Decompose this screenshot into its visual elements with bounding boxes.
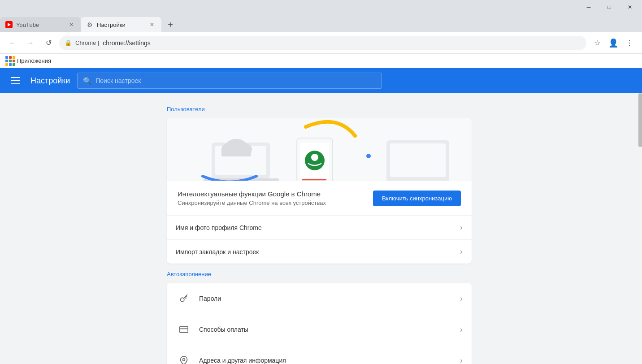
address-bar-row: ← → ↺ 🔒 Chrome | ☆ 👤 ⋮ [0, 32, 642, 54]
payments-chevron-icon: › [460, 325, 463, 334]
hamburger-menu-button[interactable] [7, 73, 23, 89]
addresses-list-item[interactable]: Адреса и другая информация › [167, 345, 472, 364]
new-tab-button[interactable]: + [163, 18, 178, 31]
import-label: Импорт закладок и настроек [176, 248, 460, 256]
tab-settings[interactable]: ⚙ Настройки ✕ [81, 17, 161, 32]
url-input[interactable] [103, 39, 581, 47]
svg-rect-9 [390, 143, 446, 177]
bookmark-icon[interactable]: ☆ [590, 36, 604, 50]
sync-svg-illustration [167, 118, 472, 181]
url-scheme: Chrome | [75, 39, 99, 46]
search-icon: 🔍 [83, 77, 92, 85]
sync-text: Интеллектуальные функции Google в Chrome… [178, 190, 326, 206]
svg-point-6 [311, 154, 318, 161]
scrollbar-thumb[interactable] [638, 93, 642, 147]
forward-button[interactable]: → [23, 36, 38, 50]
hamburger-line-2 [11, 80, 20, 81]
settings-favicon-icon: ⚙ [86, 21, 93, 28]
settings-main: Пользователи [0, 93, 642, 364]
autofill-section-title: Автозаполнение [167, 271, 472, 277]
back-button[interactable]: ← [5, 36, 20, 50]
location-icon [176, 352, 192, 364]
svg-point-20 [183, 359, 185, 361]
youtube-favicon-icon [5, 21, 13, 28]
settings-search-input[interactable] [95, 77, 376, 84]
scrollbar-track[interactable] [638, 93, 642, 364]
tab-bar: YouTube ✕ ⚙ Настройки ✕ + [0, 14, 642, 32]
enable-sync-button[interactable]: Включить синхронизацию [373, 191, 461, 206]
addresses-chevron-icon: › [460, 356, 463, 364]
maximize-button[interactable]: □ [599, 0, 620, 14]
apps-label[interactable]: Приложения [17, 57, 51, 64]
tab-youtube-close-icon[interactable]: ✕ [67, 21, 75, 29]
svg-rect-18 [180, 326, 188, 332]
profile-list-item[interactable]: Имя и фото профиля Chrome › [167, 215, 472, 239]
import-list-item[interactable]: Импорт закладок и настроек › [167, 239, 472, 264]
sync-headline: Интеллектуальные функции Google в Chrome [178, 190, 326, 198]
window-controls: ─ □ ✕ [578, 0, 640, 14]
hamburger-line-3 [11, 83, 20, 84]
profile-label: Имя и фото профиля Chrome [176, 224, 460, 231]
tab-settings-label: Настройки [97, 22, 126, 28]
import-chevron-icon: › [460, 247, 463, 256]
sync-illustration-banner [167, 118, 472, 181]
passwords-chevron-icon: › [460, 294, 463, 303]
account-icon[interactable]: 👤 [606, 36, 620, 50]
addresses-label: Адреса и другая информация [199, 357, 460, 364]
close-button[interactable]: ✕ [620, 0, 640, 14]
sync-info-row: Интеллектуальные функции Google в Chrome… [167, 181, 472, 215]
passwords-label: Пароли [199, 295, 460, 302]
reload-button[interactable]: ↺ [41, 36, 56, 50]
tab-youtube-label: YouTube [16, 22, 39, 28]
settings-header: Настройки 🔍 [0, 68, 642, 93]
settings-content: Пользователи [0, 93, 638, 364]
sync-subtext: Синхронизируйте данные Chrome на всех ус… [178, 199, 326, 206]
payments-label: Способы оплаты [199, 326, 460, 333]
content-inner: Пользователи [158, 106, 481, 364]
settings-search-bar[interactable]: 🔍 [77, 73, 382, 89]
address-bar[interactable]: 🔒 Chrome | [59, 36, 586, 50]
sync-card: Интеллектуальные функции Google в Chrome… [167, 118, 472, 264]
svg-rect-15 [221, 148, 251, 156]
hamburger-line-1 [11, 77, 20, 78]
tab-settings-close-icon[interactable]: ✕ [148, 21, 156, 29]
payments-list-item[interactable]: Способы оплаты › [167, 314, 472, 345]
bookmarks-bar: Приложения [0, 54, 642, 68]
title-bar: ─ □ ✕ [0, 0, 642, 14]
settings-page-title: Настройки [30, 76, 70, 86]
card-icon [176, 321, 192, 338]
menu-icon[interactable]: ⋮ [622, 36, 637, 50]
apps-grid-icon[interactable] [5, 56, 15, 66]
users-section-title: Пользователи [167, 106, 472, 113]
key-icon [176, 290, 192, 307]
address-right-icons: ☆ 👤 ⋮ [590, 36, 637, 50]
profile-chevron-icon: › [460, 223, 463, 232]
minimize-button[interactable]: ─ [578, 0, 599, 14]
lock-icon: 🔒 [65, 39, 72, 46]
tab-youtube[interactable]: YouTube ✕ [0, 17, 81, 32]
svg-point-7 [366, 154, 371, 158]
passwords-list-item[interactable]: Пароли › [167, 283, 472, 314]
autofill-card: Пароли › Способы оплаты › [167, 283, 472, 364]
